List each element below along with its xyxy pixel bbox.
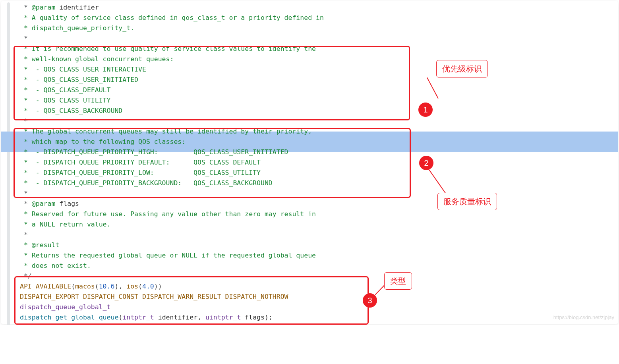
code-line: * a NULL return value. — [1, 219, 618, 230]
code-line: dispatch_get_global_queue(intptr_t ident… — [1, 312, 618, 323]
code-line: * - QOS_CLASS_DEFAULT — [1, 85, 618, 95]
annotation-bubble-1: 1 — [418, 103, 433, 117]
annotation-label-1: 优先级标识 — [436, 60, 488, 77]
code-block: 1 2 3 优先级标识 服务质量标识 类型 * @param identifie… — [1, 1, 618, 324]
code-line: * - DISPATCH_QUEUE_PRIORITY_HIGH: QOS_CL… — [1, 147, 618, 157]
annotation-bubble-2: 2 — [419, 156, 433, 170]
code-line: * — [1, 33, 618, 44]
code-line: */ — [1, 271, 618, 281]
code-line: dispatch_queue_global_t — [1, 302, 618, 312]
code-line: * - QOS_CLASS_USER_INTERACTIVE — [1, 64, 618, 75]
code-line: * — [1, 188, 618, 199]
code-line: * does not exist. — [1, 261, 618, 271]
code-line: * Returns the requested global queue or … — [1, 250, 618, 261]
code-line: * — [1, 116, 618, 126]
watermark-text: https://blog.csdn.net/zjpjay — [553, 312, 614, 323]
code-line: * - DISPATCH_QUEUE_PRIORITY_LOW: QOS_CLA… — [1, 168, 618, 178]
code-line: * @param identifier — [1, 2, 618, 13]
code-line: * It is recommended to use quality of se… — [1, 44, 618, 54]
annotation-label-2: 服务质量标识 — [437, 193, 497, 210]
code-line: * - QOS_CLASS_BACKGROUND — [1, 106, 618, 116]
code-line: * - QOS_CLASS_UTILITY — [1, 95, 618, 106]
code-line: * The global concurrent queues may still… — [1, 126, 618, 137]
annotation-bubble-3: 3 — [363, 293, 377, 308]
code-line: * Reserved for future use. Passing any v… — [1, 209, 618, 219]
code-line: * - DISPATCH_QUEUE_PRIORITY_DEFAULT: QOS… — [1, 157, 618, 168]
code-line: * @result — [1, 240, 618, 250]
code-line: * — [1, 230, 618, 240]
code-line: * @param flags — [1, 199, 618, 209]
code-line: * dispatch_queue_priority_t. — [1, 23, 618, 33]
code-line: * - DISPATCH_QUEUE_PRIORITY_BACKGROUND: … — [1, 178, 618, 188]
code-line: DISPATCH_EXPORT DISPATCH_CONST DISPATCH_… — [1, 292, 618, 302]
code-line: * A quality of service class defined in … — [1, 13, 618, 23]
annotation-label-3: 类型 — [384, 272, 412, 290]
code-line: * - QOS_CLASS_USER_INITIATED — [1, 75, 618, 85]
code-line: * well-known global concurrent queues: — [1, 54, 618, 64]
code-line: API_AVAILABLE(macos(10.6), ios(4.0)) — [1, 281, 618, 292]
code-line: * which map to the following QOS classes… — [1, 137, 618, 147]
